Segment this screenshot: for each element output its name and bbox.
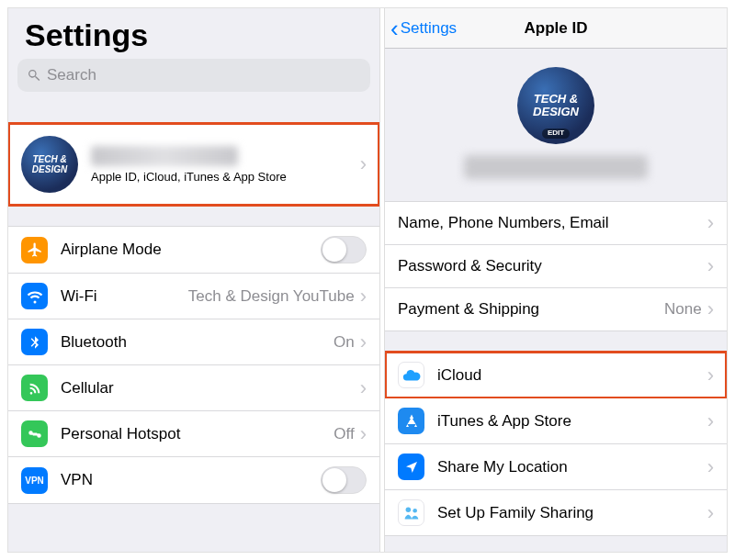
chevron-right-icon: › [707,503,714,523]
itunes-row[interactable]: iTunes & App Store › [385,398,727,444]
icloud-row[interactable]: iCloud › [385,352,727,398]
chevron-right-icon: › [360,424,367,444]
avatar[interactable]: TECH & DESIGN EDIT [517,67,594,144]
hotspot-label: Personal Hotspot [61,425,334,443]
payment-value: None [664,300,702,319]
chevron-right-icon: › [360,332,367,353]
search-input[interactable]: Search [17,59,370,92]
share-location-label: Share My Location [437,458,707,476]
location-icon [398,454,424,480]
search-placeholder: Search [47,66,96,84]
apple-id-subtitle: Apple ID, iCloud, iTunes & App Store [91,170,360,184]
bluetooth-row[interactable]: Bluetooth On › [8,319,379,365]
wifi-row[interactable]: Wi-Fi Tech & Design YouTube › [8,274,379,319]
chevron-right-icon: › [360,154,367,174]
cellular-icon [21,375,48,401]
back-label: Settings [401,19,457,38]
bluetooth-label: Bluetooth [61,333,334,352]
chevron-right-icon: › [360,286,367,307]
navbar-title: Apple ID [525,19,588,38]
navbar: ‹ Settings Apple ID [385,8,727,49]
hotspot-icon [21,420,48,447]
avatar-edit-pill[interactable]: EDIT [542,129,570,139]
airplane-icon [21,237,48,263]
search-icon [27,68,41,83]
vpn-row[interactable]: VPN VPN [8,457,379,504]
name-phone-email-row[interactable]: Name, Phone Numbers, Email › [385,201,727,245]
payment-shipping-row[interactable]: Payment & Shipping None › [385,288,727,331]
icloud-label: iCloud [437,366,707,385]
svg-point-0 [405,507,411,512]
bluetooth-icon [21,329,48,355]
family-sharing-row[interactable]: Set Up Family Sharing › [385,490,727,536]
chevron-right-icon: › [707,299,714,319]
appstore-icon [398,408,424,434]
avatar: TECH & DESIGN [21,136,78,193]
family-icon [398,499,424,526]
apple-id-pane: ‹ Settings Apple ID TECH & DESIGN EDIT N… [384,8,727,552]
bluetooth-value: On [334,333,355,352]
profile-header: TECH & DESIGN EDIT [385,49,727,201]
chevron-right-icon: › [707,411,714,431]
chevron-right-icon: › [707,256,714,276]
user-name-blurred [91,146,238,166]
airplane-toggle[interactable] [321,236,367,263]
svg-point-1 [413,508,417,512]
cellular-row[interactable]: Cellular › [8,365,379,411]
icloud-icon [398,362,424,388]
apple-id-row[interactable]: TECH & DESIGN Apple ID, iCloud, iTunes &… [8,123,379,206]
vpn-label: VPN [61,471,321,489]
hotspot-value: Off [334,425,354,443]
chevron-left-icon: ‹ [390,17,399,40]
hotspot-row[interactable]: Personal Hotspot Off › [8,411,379,457]
cellular-label: Cellular [61,379,360,398]
chevron-right-icon: › [707,213,714,233]
airplane-mode-row[interactable]: Airplane Mode [8,226,379,274]
back-button[interactable]: ‹ Settings [390,17,457,40]
share-location-row[interactable]: Share My Location › [385,444,727,490]
password-security-row[interactable]: Password & Security › [385,245,727,288]
user-name-blurred [464,155,648,179]
chevron-right-icon: › [707,365,714,386]
chevron-right-icon: › [360,378,367,398]
itunes-label: iTunes & App Store [437,412,707,431]
vpn-icon: VPN [21,467,48,494]
wifi-label: Wi-Fi [61,287,188,306]
page-title: Settings [8,8,379,59]
wifi-icon [21,283,48,309]
settings-pane: Settings Search TECH & DESIGN Apple ID, … [8,8,380,552]
chevron-right-icon: › [707,457,714,477]
wifi-value: Tech & Design YouTube [188,287,355,306]
family-label: Set Up Family Sharing [437,504,707,522]
airplane-label: Airplane Mode [61,241,321,259]
vpn-toggle[interactable] [321,466,367,494]
